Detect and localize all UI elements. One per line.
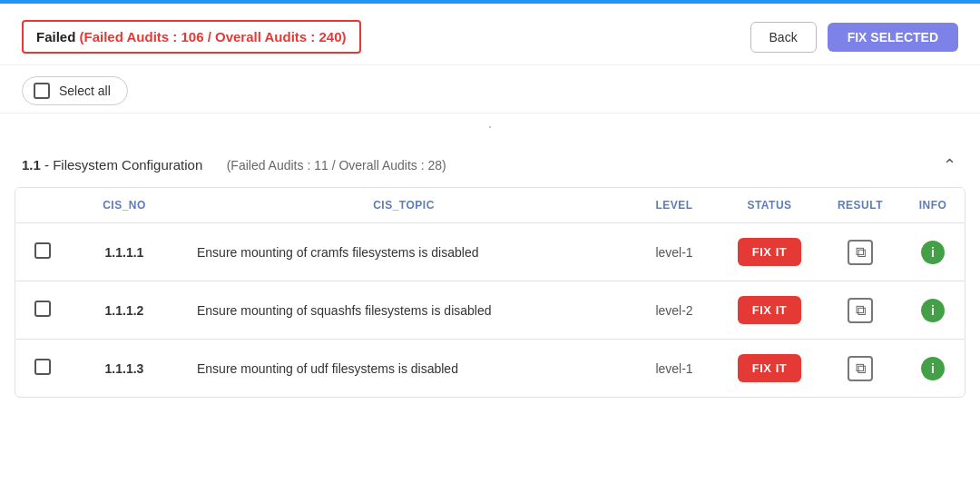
row-result: ⧉ (819, 340, 901, 398)
divider: · (0, 113, 980, 140)
fix-it-button[interactable]: FIX IT (738, 238, 801, 266)
col-header-status: STATUS (720, 188, 819, 223)
row-cis-topic: Ensure mounting of udf filesystems is di… (179, 340, 629, 398)
row-status: FIX IT (720, 223, 819, 281)
row-result: ⧉ (819, 223, 901, 281)
failed-badge: Failed (Failed Audits : 106 / Overall Au… (22, 20, 361, 54)
row-checkbox-cell (15, 281, 70, 340)
fix-selected-button[interactable]: FIX SELECTED (828, 23, 958, 52)
row-status: FIX IT (720, 340, 819, 398)
col-header-check (15, 188, 70, 223)
select-all-checkbox[interactable] (34, 83, 50, 99)
col-header-info: INFO (901, 188, 965, 223)
row-checkbox-1[interactable] (34, 301, 51, 317)
row-result: ⧉ (819, 281, 901, 340)
col-header-level: LEVEL (629, 188, 720, 223)
row-info: i (901, 281, 965, 340)
table-row: 1.1.1.2 Ensure mounting of squashfs file… (15, 281, 965, 340)
section-number: 1.1 (22, 157, 41, 173)
info-icon[interactable]: i (921, 299, 945, 322)
row-level: level-1 (629, 223, 720, 281)
row-checkbox-0[interactable] (34, 242, 51, 259)
select-all-label: Select all (59, 84, 111, 98)
table-row: 1.1.1.1 Ensure mounting of cramfs filesy… (15, 223, 965, 281)
audit-table: CIS_NO CIS_TOPIC LEVEL STATUS RESULT INF… (15, 188, 965, 397)
collapse-button[interactable]: ⌃ (940, 156, 958, 174)
table-header-row: CIS_NO CIS_TOPIC LEVEL STATUS RESULT INF… (15, 188, 965, 223)
row-info: i (901, 223, 965, 281)
row-cis-no: 1.1.1.3 (70, 340, 179, 398)
col-header-cis-topic: CIS_TOPIC (179, 188, 629, 223)
row-cis-topic: Ensure mounting of squashfs filesystems … (179, 281, 629, 340)
failed-counts: (Failed Audits : 106 / Overall Audits : … (80, 29, 347, 44)
select-all-row: Select all (0, 65, 980, 113)
row-cis-topic: Ensure mounting of cramfs filesystems is… (179, 223, 629, 281)
info-icon[interactable]: i (921, 241, 945, 264)
section-counts: (Failed Audits : 11 / Overall Audits : 2… (227, 158, 446, 173)
failed-label: Failed (36, 29, 75, 44)
row-status: FIX IT (720, 281, 819, 340)
back-button[interactable]: Back (750, 22, 817, 53)
header: Failed (Failed Audits : 106 / Overall Au… (0, 4, 980, 65)
info-icon[interactable]: i (921, 357, 945, 380)
section-title: 1.1 - Filesystem Configuration (Failed A… (22, 157, 446, 173)
section-name: Filesystem Configuration (53, 157, 202, 173)
col-header-result: RESULT (819, 188, 901, 223)
row-level: level-2 (629, 281, 720, 340)
table-row: 1.1.1.3 Ensure mounting of udf filesyste… (15, 340, 965, 398)
row-level: level-1 (629, 340, 720, 398)
col-header-cis-no: CIS_NO (70, 188, 179, 223)
result-icon: ⧉ (848, 240, 873, 265)
audit-table-container: CIS_NO CIS_TOPIC LEVEL STATUS RESULT INF… (15, 187, 965, 398)
row-info: i (901, 340, 965, 398)
result-icon: ⧉ (848, 356, 873, 381)
row-checkbox-cell (15, 340, 70, 398)
header-actions: Back FIX SELECTED (750, 22, 958, 53)
row-checkbox-2[interactable] (34, 359, 51, 375)
row-checkbox-cell (15, 223, 70, 281)
row-cis-no: 1.1.1.1 (70, 223, 179, 281)
result-icon: ⧉ (848, 298, 873, 323)
row-cis-no: 1.1.1.2 (70, 281, 179, 340)
section-header: 1.1 - Filesystem Configuration (Failed A… (0, 140, 980, 187)
fix-it-button[interactable]: FIX IT (738, 296, 801, 324)
fix-it-button[interactable]: FIX IT (738, 354, 801, 382)
select-all-button[interactable]: Select all (22, 76, 128, 105)
section-dash: - (44, 157, 49, 173)
